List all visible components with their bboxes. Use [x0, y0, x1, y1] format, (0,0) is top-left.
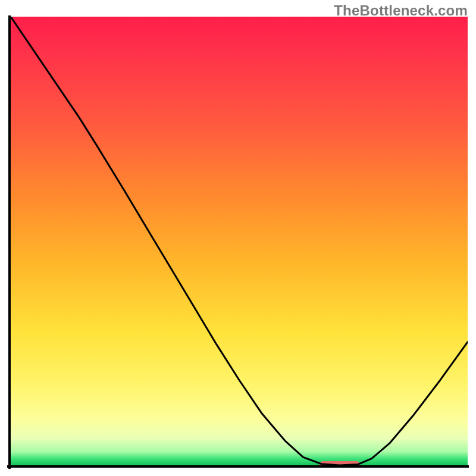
watermark-text: TheBottleneck.com [334, 2, 468, 19]
plot-wrap [8, 17, 468, 468]
x-axis-line [7, 465, 469, 468]
bottleneck-curve [11, 17, 468, 465]
chart-stage: TheBottleneck.com [0, 0, 476, 476]
